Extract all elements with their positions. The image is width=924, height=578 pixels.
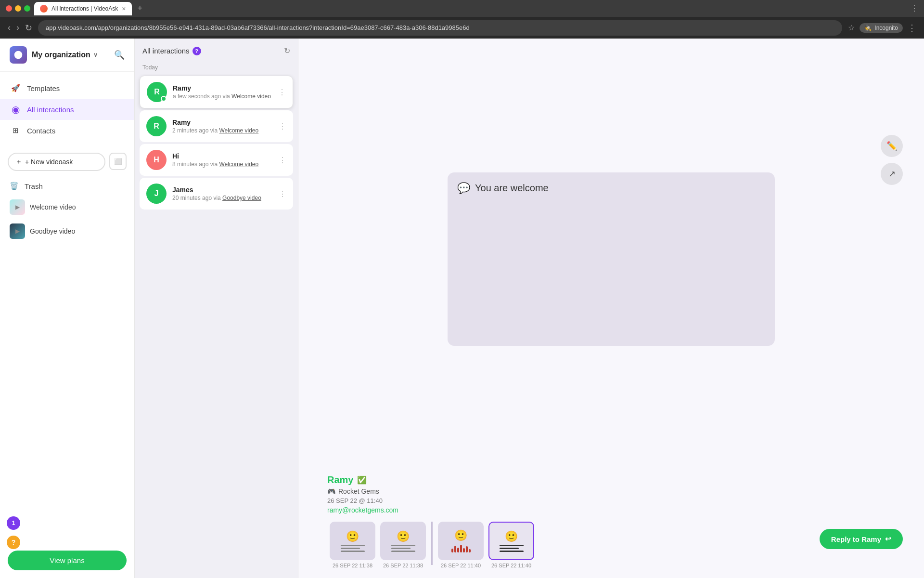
trash-icon: 🗑️: [10, 182, 19, 190]
edit-button[interactable]: ✏️: [881, 135, 903, 157]
sidebar-item-templates[interactable]: 🚀 Templates: [0, 78, 134, 99]
company-icon: 🎮: [327, 487, 335, 495]
thumb-date-1: 26 SEP 22 11:38: [333, 563, 372, 568]
close-window-button[interactable]: [6, 5, 12, 12]
interaction-item-hi[interactable]: H Hi 8 minutes ago via Welcome video ⋮: [140, 144, 293, 176]
interaction-time: 20 minutes ago via: [172, 195, 221, 201]
interaction-more-icon[interactable]: ⋮: [279, 189, 286, 198]
thumb-date-4: 26 SEP 22 11:40: [491, 563, 531, 568]
new-videoask-button[interactable]: ＋ + New videoask: [8, 153, 105, 171]
new-tab-button[interactable]: +: [138, 3, 143, 13]
interaction-meta: a few seconds ago via Welcome video: [173, 93, 272, 100]
wave-bar: [451, 549, 453, 552]
interactions-help-icon[interactable]: ?: [192, 47, 201, 55]
thumb-date-2: 26 SEP 22 11:38: [383, 563, 423, 568]
interaction-item-ramy-2[interactable]: R Ramy 2 minutes ago via Welcome video ⋮: [140, 110, 293, 142]
import-button[interactable]: ⬜: [109, 153, 127, 170]
bookmark-icon[interactable]: ☆: [848, 23, 855, 32]
wave-bar: [457, 548, 459, 552]
contact-name-text: Ramy: [327, 474, 353, 486]
share-button[interactable]: ↗: [881, 163, 903, 185]
sidebar-item-contacts[interactable]: ⊞ Contacts: [0, 120, 134, 141]
minimize-window-button[interactable]: [15, 5, 21, 12]
wave-bar: [466, 546, 468, 552]
sidebar-search-icon[interactable]: 🔍: [114, 50, 125, 60]
incognito-icon: 🕵: [864, 25, 872, 31]
browser-menu-dots[interactable]: ⋮: [908, 23, 916, 33]
maximize-window-button[interactable]: [24, 5, 30, 12]
reply-button[interactable]: Reply to Ramy ↩: [820, 529, 903, 549]
thumb-date-3: 26 SEP 22 11:40: [441, 563, 481, 568]
video-player-area: 💬 You are welcome: [448, 172, 775, 346]
reload-button[interactable]: ↻: [25, 23, 32, 33]
sidebar-item-trash[interactable]: 🗑️ Trash: [0, 177, 134, 195]
video-thumbnail-2[interactable]: 🙂 26 SEP 22 11:38: [378, 522, 428, 568]
welcome-video-label: Welcome video: [30, 203, 76, 211]
interaction-time: 8 minutes ago via: [172, 161, 218, 168]
address-input[interactable]: [38, 20, 842, 36]
app-logo: [10, 46, 27, 64]
thumbnail-separator: [431, 522, 433, 565]
thumb-lines-1: [341, 545, 365, 552]
section-today-label: Today: [135, 61, 298, 74]
goodbye-video-thumbnail: ▶: [10, 223, 25, 239]
interaction-videoask-link[interactable]: Welcome video: [219, 127, 258, 134]
reply-button-label: Reply to Ramy: [831, 535, 881, 543]
sidebar-item-welcome-video[interactable]: ▶ Welcome video ⋯: [0, 195, 134, 219]
interaction-info-ramy-2: Ramy 2 minutes ago via Welcome video: [172, 118, 273, 134]
interaction-name: Ramy: [173, 84, 272, 92]
back-button[interactable]: ‹: [8, 23, 11, 33]
refresh-icon[interactable]: ↻: [284, 46, 290, 55]
verified-checkmark-icon: ✅: [357, 475, 367, 485]
address-bar: ‹ › ↻ ☆ 🕵 Incognito ⋮: [0, 17, 924, 39]
browser-tab[interactable]: All interactions | VideoAsk ×: [34, 2, 132, 15]
sidebar-navigation: 🚀 Templates ◉ All interactions ⊞ Contact…: [0, 72, 134, 147]
thumb-face-icon-1: 🙂: [346, 530, 359, 543]
interaction-item-james[interactable]: J James 20 minutes ago via Goodbye video…: [140, 178, 293, 210]
sidebar-videoasks-section: 🗑️ Trash ▶ Welcome video ⋯ ▶ Goodbye vid…: [0, 177, 134, 247]
interaction-more-icon[interactable]: ⋮: [279, 156, 286, 165]
interaction-videoask-link[interactable]: Goodbye video: [222, 195, 261, 201]
browser-menu-icon[interactable]: ⋮: [911, 4, 918, 13]
thumb-line: [341, 545, 365, 546]
thumb-box-4: 🙂: [488, 522, 534, 560]
contact-info: Ramy ✅ 🎮 Rocket Gems 26 SEP 22 @ 11:40 r…: [327, 474, 895, 514]
svg-point-0: [14, 51, 23, 59]
notification-badge[interactable]: 1: [7, 516, 20, 530]
wave-bar: [469, 549, 471, 552]
new-videoask-label: + New videoask: [25, 158, 73, 166]
thumb-box-1: 🙂: [330, 522, 375, 560]
trash-label: Trash: [25, 182, 43, 190]
help-button[interactable]: ?: [7, 536, 20, 549]
interactions-panel: All interactions ? ↻ Today R Ramy a few …: [135, 39, 298, 578]
interaction-time: 2 minutes ago via: [172, 127, 218, 134]
video-thumbnail-3[interactable]: 🙂 26 SEP 22 11:40: [436, 522, 486, 568]
sidebar-item-goodbye-video[interactable]: ▶ Goodbye video ⋯: [0, 219, 134, 243]
avatar-james: J: [146, 184, 167, 204]
thumb-line: [391, 545, 415, 546]
contact-name: Ramy ✅: [327, 474, 895, 486]
interaction-videoask-link[interactable]: Welcome video: [231, 93, 271, 100]
thumb-box-2: 🙂: [380, 522, 426, 560]
tab-close-button[interactable]: ×: [122, 5, 126, 13]
video-thumbnail-1[interactable]: 🙂 26 SEP 22 11:38: [327, 522, 378, 568]
incognito-label: Incognito: [874, 25, 898, 31]
incognito-badge: 🕵 Incognito: [860, 23, 903, 33]
wave-bar: [454, 546, 456, 552]
interaction-more-icon[interactable]: ⋮: [279, 122, 286, 131]
video-thumbnail-4[interactable]: 🙂 26 SEP 22 11:40: [486, 522, 537, 568]
sidebar-item-all-interactions[interactable]: ◉ All interactions: [0, 99, 134, 120]
interaction-more-icon[interactable]: ⋮: [278, 88, 286, 97]
tab-favicon: [40, 5, 48, 13]
org-name-button[interactable]: My organization ∨: [32, 51, 98, 59]
interaction-item-ramy-1[interactable]: R Ramy a few seconds ago via Welcome vid…: [140, 76, 293, 108]
contact-date: 26 SEP 22 @ 11:40: [327, 497, 895, 504]
all-interactions-label: All interactions: [27, 105, 74, 114]
interaction-name: Hi: [172, 152, 273, 160]
interaction-videoask-link[interactable]: Welcome video: [219, 161, 258, 168]
view-plans-button[interactable]: View plans: [8, 551, 127, 570]
interaction-info-hi: Hi 8 minutes ago via Welcome video: [172, 152, 273, 168]
contact-email[interactable]: ramy@rocketgems.com: [327, 506, 895, 514]
forward-button[interactable]: ›: [16, 23, 19, 33]
org-dropdown-chevron: ∨: [93, 52, 98, 58]
